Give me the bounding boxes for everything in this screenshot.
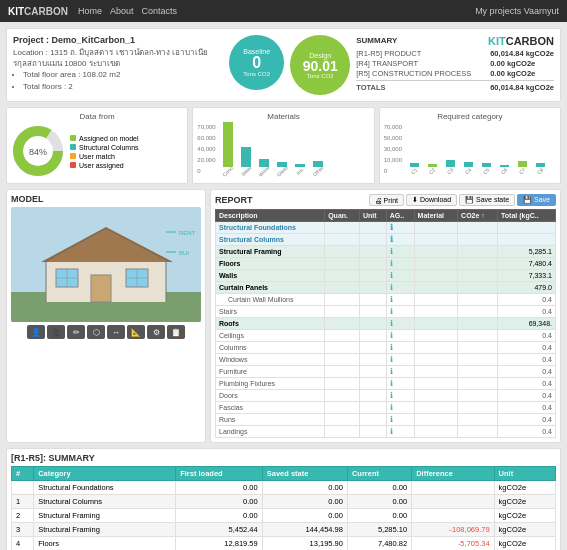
s-value-3: 0.00 kgCO2e (490, 69, 535, 78)
col-category: Category (34, 467, 176, 481)
baseline-unit: Tons CO2 (243, 71, 270, 77)
project-floors: Total floors : 2 (23, 81, 223, 92)
col-ag: AG.. (386, 210, 414, 222)
s-label-total: TOTALS (356, 83, 486, 92)
table-row: Windows ℹ 0.4 (216, 354, 556, 366)
navbar-right: My projects Vaarnyut (475, 6, 559, 16)
chart-data-from: Data from 84% Assigned on model Structur (6, 107, 188, 184)
summary-table: [R1-R5] PRODUCT 60,014.84 kgCO2e [R4] TR… (356, 49, 554, 93)
model-title: MODEL (11, 194, 201, 204)
col-num: # (12, 467, 34, 481)
model-toolbar: 👤 🎥 ✏ ⬡ ↔ 📐 ⚙ 📋 (11, 325, 201, 339)
table-row: Ceilings ℹ 0.4 (216, 330, 556, 342)
col-difference: Difference (412, 467, 494, 481)
model-box: MODEL (6, 189, 206, 443)
table-row: Columns ℹ 0.4 (216, 342, 556, 354)
summary-row-2: [R4] TRANSPORT 0.00 kgCO2e (356, 59, 554, 68)
col-material: Material (414, 210, 457, 222)
legend-dot-2 (70, 144, 76, 150)
toolbar-btn-person[interactable]: 👤 (27, 325, 45, 339)
chart-req-cat-axis: 70,000 50,000 30,000 10,000 0 C1 C2 (384, 124, 556, 174)
row-unit (360, 222, 387, 234)
table-row: Walls ℹ 7,333.1 (216, 270, 556, 282)
s-value-1: 60,014.84 kgCO2e (490, 49, 554, 58)
report-header: REPORT 🖨 Print ⬇ Download 💾 Save state 💾… (215, 194, 556, 206)
save-state-button[interactable]: 💾 Save state (459, 194, 515, 206)
table-row: Furniture ℹ 0.4 (216, 366, 556, 378)
toolbar-btn-hex[interactable]: ⬡ (87, 325, 105, 339)
toolbar-btn-arrows[interactable]: ↔ (107, 325, 125, 339)
report-table: Description Quan. Unit AG.. Material CO2… (215, 209, 556, 438)
save-button[interactable]: 💾 Save (517, 194, 556, 206)
summary-row-1: [R1-R5] PRODUCT 60,014.84 kgCO2e (356, 49, 554, 58)
bottom-table: # Category First loaded Saved state Curr… (11, 466, 556, 550)
bar-6: Other (310, 161, 326, 174)
toolbar-btn-pencil[interactable]: ✏ (67, 325, 85, 339)
req-bar-1: C1 (406, 163, 422, 174)
nav-links: Home About Contacts (78, 6, 177, 16)
nav-about[interactable]: About (110, 6, 134, 16)
legend-item-4: User assigned (70, 162, 139, 169)
chart-materials-title: Materials (197, 112, 369, 121)
summary-title: SUMMARY (356, 36, 397, 45)
s-label-3: [R5] CONSTRUCTION PROCESS (356, 69, 486, 78)
bar-chart-req-cat: C1 C2 C3 C4 (404, 124, 550, 174)
download-button[interactable]: ⬇ Download (406, 194, 457, 206)
project-title: Project : Demo_KitCarbon_1 (13, 35, 223, 45)
logo-carbon: CARBON (24, 6, 68, 17)
donut-legend: Assigned on model Structural Columns Use… (70, 135, 139, 169)
toolbar-btn-gear[interactable]: ⚙ (147, 325, 165, 339)
table-row: Curtain Wall Mullions ℹ 0.4 (216, 294, 556, 306)
req-bar-5: C5 (478, 163, 494, 174)
bottom-table-header: # Category First loaded Saved state Curr… (12, 467, 556, 481)
baseline-value: 0 (252, 55, 261, 71)
nav-home[interactable]: Home (78, 6, 102, 16)
legend-dot-4 (70, 162, 76, 168)
bottom-table-body: Structural Foundations 0.00 0.00 0.00 kg… (12, 481, 556, 551)
toolbar-btn-camera[interactable]: 🎥 (47, 325, 65, 339)
report-table-body: Structural Foundations ℹ Structural Colu… (216, 222, 556, 438)
req-bar-7: C7 (514, 161, 530, 174)
req-bar-6: C6 (496, 165, 512, 174)
chart-required-category: Required category 70,000 50,000 30,000 1… (379, 107, 561, 184)
legend-item-2: Structural Columns (70, 144, 139, 151)
design-value: 90.01 (303, 59, 338, 73)
chart-materials-axis: 70,000 60,000 40,000 20,000 0 Conc. Stee… (197, 124, 369, 174)
project-floor-area: Total floor area : 108.02 m2 (23, 69, 223, 80)
project-location: Location : 1315 ถ. มีบุลสตาร เชาวน์ตลก-ท… (13, 47, 223, 69)
model-report-row: MODEL (6, 189, 561, 443)
col-total: Total (kgC.. (498, 210, 556, 222)
house-svg: RENT BUI (11, 207, 201, 322)
row-co2 (458, 222, 498, 234)
col-quan: Quan. (325, 210, 360, 222)
toolbar-btn-clipboard[interactable]: 📋 (167, 325, 185, 339)
table-row: Plumbing Fixtures ℹ 0.4 (216, 378, 556, 390)
summary-row-total: TOTALS 60,014.84 kgCO2e (356, 80, 554, 92)
table-row: Structural Columns ℹ (216, 234, 556, 246)
print-button[interactable]: 🖨 Print (369, 194, 404, 206)
bar-chart-materials: Conc. Steel Wood Glass (218, 124, 328, 174)
report-buttons: 🖨 Print ⬇ Download 💾 Save state 💾 Save (369, 194, 556, 206)
col-first-loaded: First loaded (176, 467, 263, 481)
col-co2e: CO2e ↑ (458, 210, 498, 222)
toolbar-btn-ruler[interactable]: 📐 (127, 325, 145, 339)
design-circle: Design 90.01 Tons CO2 (290, 35, 350, 95)
project-info: Project : Demo_KitCarbon_1 Location : 13… (13, 35, 223, 95)
table-row: Stairs ℹ 0.4 (216, 306, 556, 318)
bottom-summary: [R1-R5]: SUMMARY # Category First loaded… (6, 448, 561, 550)
table-row: Doors ℹ 0.4 (216, 390, 556, 402)
bar-2: Steel (238, 147, 254, 174)
bar-3: Wood (256, 159, 272, 174)
table-row: 1 Structural Columns 0.00 0.00 0.00 kgCO… (12, 495, 556, 509)
svg-text:BUI: BUI (179, 250, 189, 256)
table-row: Curtain Panels ℹ 479.0 (216, 282, 556, 294)
charts-row: Data from 84% Assigned on model Structur (6, 107, 561, 184)
navbar: KITCARBON Home About Contacts My project… (0, 0, 567, 22)
svg-rect-12 (91, 275, 111, 302)
nav-contacts[interactable]: Contacts (142, 6, 178, 16)
report-table-header: Description Quan. Unit AG.. Material CO2… (216, 210, 556, 222)
table-row: Structural Foundations 0.00 0.00 0.00 kg… (12, 481, 556, 495)
col-saved-state: Saved state (262, 467, 347, 481)
col-unit: Unit (360, 210, 387, 222)
chart-req-cat-title: Required category (384, 112, 556, 121)
